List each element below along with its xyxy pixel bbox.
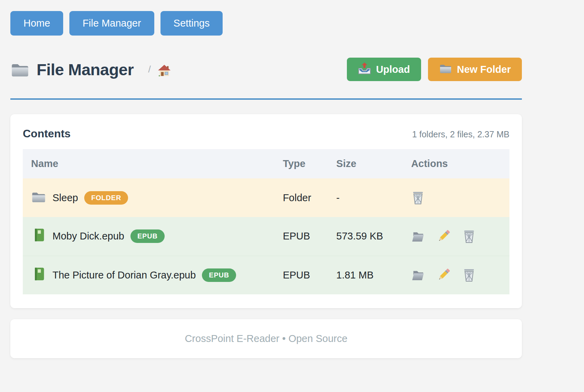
new-folder-button[interactable]: New Folder: [428, 58, 522, 81]
file-name[interactable]: Sleep: [52, 192, 78, 204]
row-actions: [411, 191, 509, 205]
title-block: File Manager /: [10, 60, 171, 79]
table-header-row: Name Type Size Actions: [23, 149, 509, 178]
upload-tray-icon: [358, 62, 371, 77]
file-size: 1.81 MB: [328, 256, 403, 294]
top-nav: Home File Manager Settings: [10, 11, 522, 36]
contents-heading: Contents: [23, 127, 71, 140]
new-folder-button-label: New Folder: [457, 64, 511, 75]
column-header-actions: Actions: [403, 149, 509, 178]
nav-file-manager-button[interactable]: File Manager: [69, 11, 154, 36]
green-book-icon: [31, 267, 46, 283]
rename-icon[interactable]: [437, 268, 450, 282]
file-size: 573.59 KB: [328, 217, 403, 256]
upload-button-label: Upload: [376, 64, 410, 75]
folder-icon: [439, 62, 452, 77]
file-name[interactable]: Moby Dick.epub: [52, 231, 124, 242]
row-actions: [411, 229, 509, 243]
header-actions: Upload New Folder: [347, 58, 522, 81]
move-icon[interactable]: [411, 268, 425, 282]
table-row: Moby Dick.epub EPUB EPUB 573.59 KB: [23, 217, 509, 256]
rename-icon[interactable]: [437, 229, 450, 243]
epub-badge: EPUB: [202, 268, 236, 282]
page-title: File Manager: [37, 60, 134, 79]
file-type: EPUB: [274, 256, 328, 294]
table-row: Sleep FOLDER Folder -: [23, 178, 509, 217]
green-book-icon: [31, 228, 46, 244]
contents-summary: 1 folders, 2 files, 2.37 MB: [412, 129, 509, 139]
move-icon[interactable]: [411, 229, 425, 243]
nav-settings-button[interactable]: Settings: [160, 11, 223, 36]
epub-badge: EPUB: [130, 229, 165, 243]
file-name-cell[interactable]: Moby Dick.epub EPUB: [31, 228, 274, 244]
contents-card-header: Contents 1 folders, 2 files, 2.37 MB: [23, 127, 509, 140]
house-icon[interactable]: [158, 62, 171, 77]
delete-icon[interactable]: [462, 268, 476, 282]
file-name-cell[interactable]: The Picture of Dorian Gray.epub EPUB: [31, 267, 274, 283]
file-name-cell[interactable]: Sleep FOLDER: [31, 190, 274, 206]
folder-badge: FOLDER: [84, 191, 128, 205]
table-row: The Picture of Dorian Gray.epub EPUB EPU…: [23, 256, 509, 294]
footer-text: CrossPoint E-Reader • Open Source: [185, 333, 347, 344]
file-type: Folder: [274, 178, 328, 217]
nav-home-button[interactable]: Home: [10, 11, 63, 36]
delete-icon[interactable]: [462, 229, 476, 243]
column-header-type: Type: [274, 149, 328, 178]
title-divider: [10, 98, 522, 100]
contents-card: Contents 1 folders, 2 files, 2.37 MB Nam…: [10, 114, 522, 308]
footer-card: CrossPoint E-Reader • Open Source: [10, 319, 522, 358]
delete-icon[interactable]: [411, 191, 425, 205]
file-type: EPUB: [274, 217, 328, 256]
file-size: -: [328, 178, 403, 217]
folder-icon: [31, 190, 46, 206]
upload-button[interactable]: Upload: [347, 58, 421, 81]
row-actions: [411, 268, 509, 282]
column-header-name: Name: [23, 149, 274, 178]
file-name[interactable]: The Picture of Dorian Gray.epub: [52, 270, 196, 281]
breadcrumb-separator: /: [148, 64, 151, 75]
folder-icon: [10, 61, 30, 78]
page: Home File Manager Settings File Manager …: [10, 0, 522, 358]
column-header-size: Size: [328, 149, 403, 178]
page-header: File Manager / Upload New Folder: [10, 58, 522, 81]
file-table: Name Type Size Actions Sleep FOLDER: [23, 149, 509, 294]
